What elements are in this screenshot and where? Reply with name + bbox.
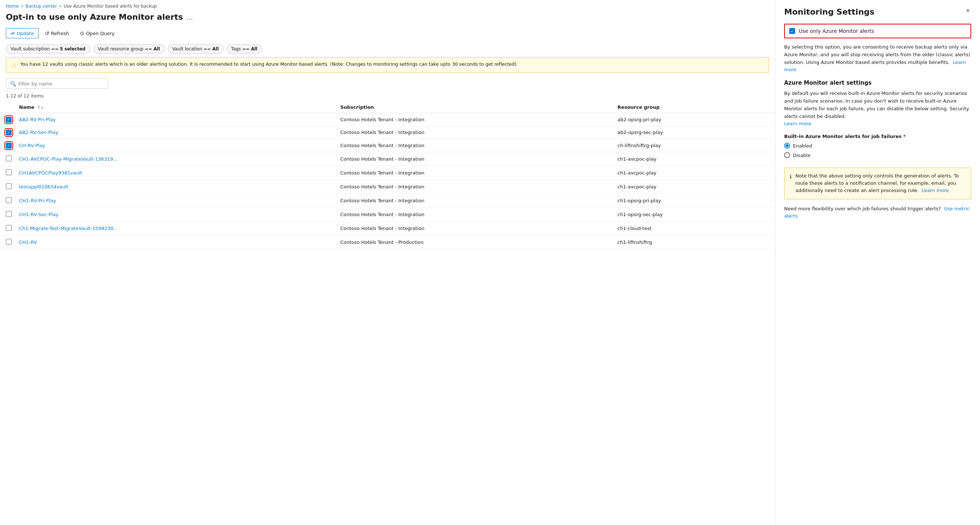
row-name[interactable]: CH1-RV-Sec-Play <box>19 212 59 217</box>
table-row: CH1-AVCPOC-Play-MigrateVault-136319...Co… <box>0 152 775 166</box>
radio-group: Enabled Disable <box>784 143 971 162</box>
page-title: Opt-in to use only Azure Monitor alerts <box>6 13 183 22</box>
breadcrumb-home[interactable]: Home <box>6 4 19 9</box>
radio-enabled[interactable]: Enabled <box>784 143 971 149</box>
info-text: Note that the above setting only control… <box>795 172 966 194</box>
row-name[interactable]: CH1AVCPOCPlay9381vault <box>19 170 82 176</box>
page-title-area: Opt-in to use only Azure Monitor alerts … <box>0 11 775 26</box>
row-resource-group: ch1-liftnshiftrg <box>613 235 775 249</box>
row-resource-group: ch1-avcpoc-play <box>613 166 775 179</box>
table-row: CH1AVCPOCPlay9381vaultContoso Hotels Ten… <box>0 166 775 179</box>
row-resource-group: ch1-avcpoc-play <box>613 152 775 166</box>
row-resource-group: ch1-avcpoc-play <box>613 179 775 194</box>
row-checkbox[interactable] <box>6 183 12 189</box>
table-header-row: Name ↑↓ Subscription Resource group <box>0 102 775 113</box>
refresh-icon: ↺ <box>45 30 49 36</box>
row-name[interactable]: AB2-RV-Sec-Play <box>19 130 58 135</box>
azure-monitor-description: By selecting this option, you are consen… <box>784 43 971 74</box>
row-subscription: Contoso Hotels Tenant - Integration <box>336 166 613 179</box>
info-box: ℹ Note that the above setting only contr… <box>784 168 971 199</box>
info-learn-more-link[interactable]: Learn more <box>921 188 948 193</box>
row-checkbox[interactable] <box>6 211 12 217</box>
radio-disable-label: Disable <box>793 152 810 158</box>
table-row: CH-RV-PlayContoso Hotels Tenant - Integr… <box>0 139 775 152</box>
sort-icon[interactable]: ↑↓ <box>37 105 44 110</box>
row-subscription: Contoso Hotels Tenant - Integration <box>336 221 613 235</box>
row-checkbox[interactable] <box>6 143 12 149</box>
row-checkbox[interactable] <box>6 117 12 123</box>
filter-subscription[interactable]: Vault subscription == 5 selected <box>6 44 90 54</box>
filter-subscription-label: Vault subscription == 5 selected <box>11 46 86 51</box>
row-resource-group: ch1-cloud-test <box>613 221 775 235</box>
panel-title: Monitoring Settings <box>784 7 874 16</box>
right-panel: Monitoring Settings × Use only Azure Mon… <box>775 0 980 525</box>
table-row: AB2-RV-Pri-PlayContoso Hotels Tenant - I… <box>0 113 775 126</box>
filter-resource-group-label: Vault resource group == All <box>98 46 160 51</box>
row-resource-group: ch1-opsrg-sec-play <box>613 207 775 221</box>
refresh-button[interactable]: ↺ Refresh <box>40 28 74 38</box>
use-only-azure-monitor-option[interactable]: Use only Azure Monitor alerts <box>784 24 971 38</box>
azure-monitor-checkbox-label: Use only Azure Monitor alerts <box>799 28 874 34</box>
row-name[interactable]: CH1-RV <box>19 240 37 245</box>
row-checkbox[interactable] <box>6 155 12 161</box>
query-icon: ⊙ <box>80 30 84 36</box>
filter-tags[interactable]: Tags == All <box>226 44 262 54</box>
col-name-label: Name <box>19 105 34 110</box>
col-name[interactable]: Name ↑↓ <box>14 102 336 113</box>
row-checkbox[interactable] <box>6 170 12 175</box>
warning-icon: ⚠ <box>11 62 16 69</box>
azure-monitor-learn-more-link[interactable]: Learn more <box>784 121 811 126</box>
row-name[interactable]: testappl010654vault <box>19 184 68 189</box>
row-checkbox[interactable] <box>6 197 12 203</box>
breadcrumb-backup-center[interactable]: Backup center <box>25 4 57 9</box>
table-row: CH1-RV-Pri-PlayContoso Hotels Tenant - I… <box>0 194 775 207</box>
radio-enabled-inner <box>786 144 789 147</box>
azure-monitor-settings-description: By default you will receive built-in Azu… <box>784 90 971 128</box>
update-label: Update <box>17 31 34 36</box>
col-checkbox <box>0 102 14 113</box>
row-name[interactable]: Ch1-Migrate-Test-MigrateVault-1599230... <box>19 226 118 231</box>
filter-location[interactable]: Vault location == All <box>168 44 224 54</box>
row-subscription: Contoso Hotels Tenant - Integration <box>336 194 613 207</box>
info-icon: ℹ <box>790 173 792 194</box>
row-name[interactable]: CH1-AVCPOC-Play-MigrateVault-136319... <box>19 156 118 162</box>
azure-monitor-checkbox <box>789 28 795 34</box>
breadcrumb-current: Use Azure Monitor based alerts for backu… <box>64 4 157 9</box>
breadcrumb-sep2: > <box>59 4 62 9</box>
close-button[interactable]: × <box>964 7 971 14</box>
table-row: Ch1-Migrate-Test-MigrateVault-1599230...… <box>0 221 775 235</box>
row-subscription: Contoso Hotels Tenant - Integration <box>336 179 613 194</box>
row-subscription: Contoso Hotels Tenant - Integration <box>336 152 613 166</box>
row-resource-group: ab2-opsrg-sec-play <box>613 126 775 139</box>
items-count: 1-12 of 12 items <box>0 92 775 102</box>
warning-banner: ⚠ You have 12 vaults using classic alert… <box>6 57 769 73</box>
row-checkbox[interactable] <box>6 130 12 135</box>
row-name[interactable]: AB2-RV-Pri-Play <box>19 117 56 122</box>
row-subscription: Contoso Hotels Tenant - Integration <box>336 207 613 221</box>
table-row: testappl010654vaultContoso Hotels Tenant… <box>0 179 775 194</box>
filter-resource-group[interactable]: Vault resource group == All <box>93 44 165 54</box>
filters-row: Vault subscription == 5 selected Vault r… <box>0 42 775 57</box>
update-button[interactable]: ⇌ Update <box>6 28 39 38</box>
radio-disable-indicator <box>784 152 790 158</box>
open-query-label: Open Query <box>86 31 115 36</box>
search-input-wrap[interactable]: 🔍 <box>6 78 108 89</box>
radio-disable[interactable]: Disable <box>784 152 971 158</box>
metric-alerts-line: Need more flexibility over which job fai… <box>784 205 971 220</box>
vault-table: Name ↑↓ Subscription Resource group AB2-… <box>0 102 775 249</box>
table-row: CH1-RV-Sec-PlayContoso Hotels Tenant - I… <box>0 207 775 221</box>
row-checkbox[interactable] <box>6 239 12 244</box>
table-container: Name ↑↓ Subscription Resource group AB2-… <box>0 102 775 525</box>
main-panel: Home > Backup center > Use Azure Monitor… <box>0 0 775 525</box>
open-query-button[interactable]: ⊙ Open Query <box>75 28 119 38</box>
row-checkbox[interactable] <box>6 225 12 231</box>
row-name[interactable]: CH1-RV-Pri-Play <box>19 198 56 203</box>
col-subscription: Subscription <box>336 102 613 113</box>
built-in-alerts-label: Built-in Azure Monitor alerts for job fa… <box>784 133 971 139</box>
row-subscription: Contoso Hotels Tenant - Integration <box>336 139 613 152</box>
more-options-icon[interactable]: ... <box>186 13 193 22</box>
row-name[interactable]: CH-RV-Play <box>19 143 45 148</box>
radio-enabled-label: Enabled <box>793 143 812 149</box>
search-input[interactable] <box>18 81 104 87</box>
warning-text: You have 12 vaults using classic alerts … <box>20 61 516 67</box>
